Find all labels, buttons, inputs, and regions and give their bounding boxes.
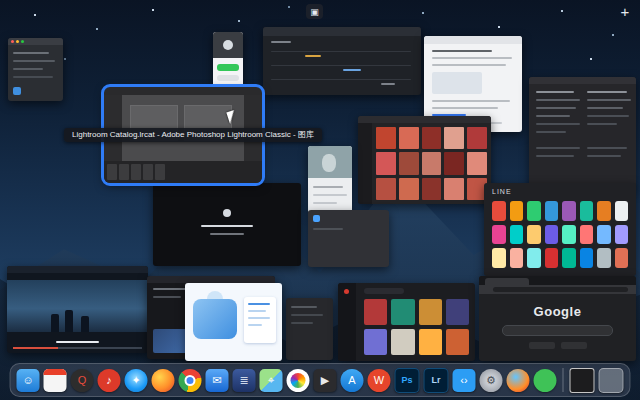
window-terminal-mini[interactable] bbox=[8, 38, 63, 101]
filmstrip-thumb bbox=[143, 164, 153, 180]
window-installer-dialog[interactable] bbox=[213, 32, 243, 91]
dock-books-icon[interactable]: ≣ bbox=[233, 369, 256, 392]
window-browser-google[interactable]: Google bbox=[479, 276, 636, 361]
window-illustration[interactable] bbox=[185, 283, 282, 361]
filmstrip-thumb bbox=[119, 164, 129, 180]
zoom-icon bbox=[21, 40, 24, 43]
dock-weibo-icon[interactable]: W bbox=[368, 369, 391, 392]
tile bbox=[364, 329, 387, 355]
slide-logo bbox=[223, 209, 231, 217]
dock-calendar-icon[interactable] bbox=[44, 369, 67, 392]
window-titlebar bbox=[8, 38, 63, 45]
text-line bbox=[587, 107, 623, 109]
dock-photos-icon[interactable] bbox=[287, 369, 310, 392]
window-presentation-dark[interactable] bbox=[153, 183, 301, 266]
tile bbox=[399, 152, 419, 174]
dock-finder-icon[interactable]: ☺ bbox=[17, 369, 40, 392]
tile bbox=[467, 152, 487, 174]
text-line bbox=[432, 107, 498, 109]
event-chip bbox=[381, 83, 395, 85]
tile bbox=[545, 201, 559, 221]
text-line bbox=[587, 155, 621, 157]
window-panel-small[interactable] bbox=[286, 298, 333, 360]
browser-tab-strip bbox=[479, 276, 636, 285]
wallpaper-stars bbox=[0, 0, 2, 2]
tile bbox=[376, 127, 396, 149]
text-line bbox=[587, 115, 629, 117]
text-line bbox=[291, 322, 313, 324]
event-chip bbox=[305, 55, 321, 57]
dock-screenshot-window-icon[interactable] bbox=[570, 368, 595, 393]
window-photo-manager[interactable] bbox=[358, 116, 491, 204]
dock-safari-icon[interactable]: ✦ bbox=[125, 369, 148, 392]
window-title-tooltip: Lightroom Catalog.lrcat - Adobe Photosho… bbox=[64, 128, 322, 142]
tile bbox=[419, 299, 442, 325]
address-bar bbox=[493, 287, 628, 292]
app-logo-icon bbox=[344, 289, 349, 294]
dock-maps-icon[interactable]: ⌖ bbox=[260, 369, 283, 392]
window-titlebar bbox=[7, 266, 148, 273]
tile bbox=[527, 201, 541, 221]
text-line bbox=[587, 91, 627, 93]
video-thumbnail bbox=[153, 329, 189, 353]
dock-firefox-icon[interactable] bbox=[152, 369, 175, 392]
window-music-grid[interactable] bbox=[338, 283, 475, 361]
window-calendar-dark[interactable] bbox=[263, 27, 421, 95]
safari-glyph: ✦ bbox=[131, 375, 140, 386]
finder-glyph: ☺ bbox=[22, 375, 33, 386]
text-line bbox=[271, 41, 291, 43]
window-icon-board[interactable]: LINE bbox=[484, 183, 636, 276]
tile bbox=[364, 299, 387, 325]
lightroom-filmstrip bbox=[104, 161, 262, 183]
filmstrip-thumb bbox=[155, 164, 165, 180]
system-preferences-glyph: ⚙ bbox=[486, 375, 496, 386]
dock-netease-music-icon[interactable]: ♪ bbox=[98, 369, 121, 392]
window-titlebar bbox=[263, 27, 421, 36]
window-titlebar bbox=[104, 87, 262, 95]
tile bbox=[419, 329, 442, 355]
tile bbox=[597, 201, 611, 221]
window-titlebar bbox=[147, 276, 275, 283]
slide-title-line bbox=[201, 225, 253, 227]
dock-mail-icon[interactable]: ✉ bbox=[206, 369, 229, 392]
tile bbox=[580, 225, 594, 245]
dock-trash-icon[interactable] bbox=[599, 368, 624, 393]
dock-qq-icon[interactable]: Q bbox=[71, 369, 94, 392]
browser-tab bbox=[485, 278, 529, 285]
window-preview-light[interactable] bbox=[308, 146, 352, 213]
dock-photoshop-icon[interactable]: Ps bbox=[395, 368, 420, 393]
text-line bbox=[536, 131, 566, 133]
dock-vscode-icon[interactable]: ‹› bbox=[453, 369, 476, 392]
image-placeholder bbox=[432, 72, 482, 94]
text-line bbox=[313, 202, 337, 204]
tile bbox=[391, 329, 414, 355]
text-line bbox=[13, 60, 55, 62]
dock-system-preferences-icon[interactable]: ⚙ bbox=[480, 369, 503, 392]
text-line bbox=[153, 296, 181, 298]
dock-wechat-icon[interactable] bbox=[534, 369, 557, 392]
minimize-icon bbox=[16, 40, 19, 43]
add-desktop-button[interactable]: + bbox=[616, 2, 634, 20]
tile bbox=[422, 178, 442, 200]
dock-divider bbox=[563, 368, 564, 392]
window-video-player[interactable] bbox=[7, 266, 148, 353]
window-editor-empty[interactable] bbox=[308, 210, 389, 267]
tile bbox=[545, 225, 559, 245]
installer-artwork bbox=[213, 32, 243, 58]
dock-app-store-icon[interactable]: A bbox=[341, 369, 364, 392]
dock-video-player-icon[interactable]: ▶ bbox=[314, 369, 337, 392]
tile bbox=[580, 248, 594, 268]
tile bbox=[562, 248, 576, 268]
app-store-glyph: A bbox=[348, 375, 355, 386]
text-line bbox=[587, 99, 631, 101]
window-notes-dark[interactable] bbox=[529, 77, 636, 190]
dock-firefox-developer-icon[interactable] bbox=[507, 369, 530, 392]
dock-chrome-icon[interactable] bbox=[179, 369, 202, 392]
text-line bbox=[13, 68, 43, 70]
text-line bbox=[248, 317, 270, 319]
tile bbox=[391, 299, 414, 325]
space-indicator-icon[interactable]: ▣ bbox=[306, 4, 323, 19]
tile bbox=[444, 178, 464, 200]
dock-lightroom-icon[interactable]: Lr bbox=[424, 368, 449, 393]
tile bbox=[597, 225, 611, 245]
